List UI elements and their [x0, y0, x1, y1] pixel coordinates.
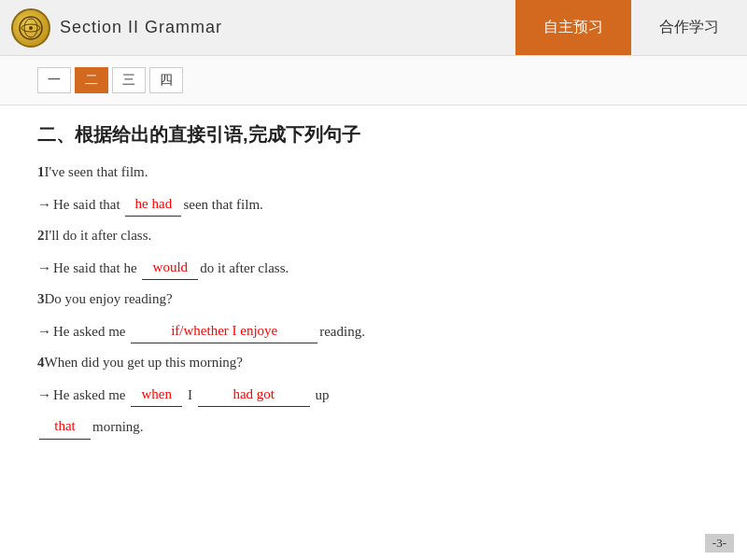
exercise-4-answer-line1: →He asked me when I had got up [37, 383, 710, 408]
ex4-arrow: → [37, 387, 51, 402]
svg-point-3 [29, 26, 33, 30]
nav-btn-hezuo[interactable]: 合作学习 [631, 0, 747, 55]
exercise-3-answer: →He asked me if/whether I enjoyereading. [37, 319, 710, 344]
ex4-answer-line: He asked me [53, 387, 129, 402]
ex2-answer-line: He said that he [53, 260, 140, 275]
ex1-blank1: he had [125, 192, 181, 217]
header-title: Section II Grammar [60, 18, 222, 37]
ex3-after: reading. [319, 324, 365, 339]
exercise-2-answer: →He said that he woulddo it after class. [37, 256, 710, 281]
tab-item-2[interactable]: 二 [75, 67, 108, 93]
ex2-num: 2 [37, 228, 45, 243]
ex3-sentence: Do you enjoy reading? [45, 291, 173, 306]
ex4-blank-when: when [131, 383, 182, 408]
tab-item-3[interactable]: 三 [112, 67, 146, 93]
exercise-2: 2I'll do it after class. [37, 224, 710, 248]
ex4-blank-that: that [39, 414, 91, 440]
ex2-sentence: I'll do it after class. [45, 228, 152, 243]
ex1-sentence: I've seen that film. [45, 164, 148, 179]
exercise-1-answer: →He said that he hadseen that film. [37, 192, 710, 217]
ex1-answer-line: He said that [53, 197, 123, 212]
logo-icon [11, 8, 50, 48]
tab-item-1[interactable]: 一 [37, 67, 71, 93]
exercise-1: 1I've seen that film. [37, 161, 710, 185]
ex1-num: 1 [37, 164, 45, 179]
ex2-blank1: would [142, 256, 198, 281]
ex1-arrow: → [37, 197, 51, 212]
ex4-sentence: When did you get up this morning? [45, 355, 243, 370]
main-content: 二、根据给出的直接引语,完成下列句子 1I've seen that film.… [0, 105, 747, 560]
ex2-arrow: → [37, 260, 51, 275]
exercise-3: 3Do you enjoy reading? [37, 287, 710, 312]
ex3-answer-line: He asked me [53, 324, 129, 339]
page-number: -3- [705, 534, 734, 553]
ex4-after-hadgot: up [312, 387, 330, 402]
tab-row: 一 二 三 四 [0, 56, 747, 105]
header: Section II Grammar 自主预习 合作学习 [0, 0, 747, 56]
ex4-after-that: morning. [92, 419, 144, 434]
header-nav: 自主预习 合作学习 [515, 0, 747, 55]
exercise-4-answer-line2: thatmorning. [37, 414, 710, 440]
ex4-after-when: I [184, 387, 196, 402]
ex3-blank1: if/whether I enjoye [131, 319, 317, 344]
section-title: 二、根据给出的直接引语,完成下列句子 [37, 122, 710, 147]
logo-area: Section II Grammar [0, 8, 515, 48]
ex3-num: 3 [37, 291, 45, 306]
ex4-blank-hadgot: had got [198, 383, 310, 408]
ex3-arrow: → [37, 324, 51, 339]
ex4-num: 4 [37, 355, 45, 370]
exercise-4: 4When did you get up this morning? [37, 351, 710, 375]
ex2-after: do it after class. [200, 260, 289, 275]
tab-item-4[interactable]: 四 [149, 67, 183, 93]
nav-btn-zizhu[interactable]: 自主预习 [515, 0, 631, 55]
ex1-after: seen that film. [183, 197, 262, 212]
